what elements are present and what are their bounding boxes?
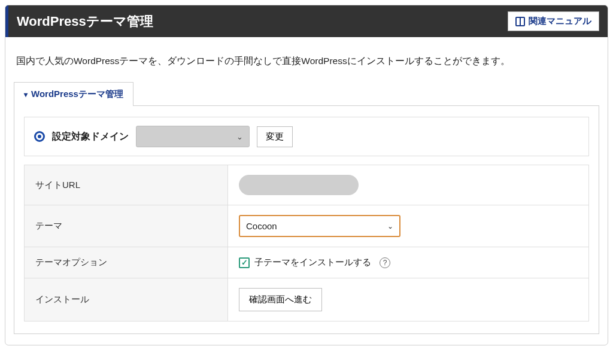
install-label: インストール [25,278,228,321]
child-theme-checkbox[interactable]: ✓ [239,257,250,268]
related-manual-label: 関連マニュアル [529,16,591,27]
site-url-label: サイトURL [25,165,228,205]
target-domain-row: 設定対象ドメイン ⌄ 変更 [24,117,589,156]
settings-table: サイトURL テーマ Cocoon ⌄ テーマオプション [24,165,589,321]
chevron-down-icon: ▾ [24,90,28,99]
settings-panel: 設定対象ドメイン ⌄ 変更 サイトURL テーマ Coco [14,105,599,334]
page-title: WordPressテーマ管理 [17,13,153,31]
theme-select[interactable]: Cocoon ⌄ [239,215,400,237]
tab-label: WordPressテーマ管理 [31,89,123,100]
related-manual-button[interactable]: 関連マニュアル [508,11,599,31]
theme-option-label: テーマオプション [25,247,228,278]
page-header: WordPressテーマ管理 関連マニュアル [5,5,608,37]
page-description: 国内で人気のWordPressテーマを、ダウンロードの手間なしで直接WordPr… [16,55,597,68]
proceed-confirm-button[interactable]: 確認画面へ進む [239,288,322,311]
target-domain-radio[interactable] [34,131,45,142]
change-domain-button[interactable]: 変更 [257,126,293,147]
theme-label: テーマ [25,205,228,247]
help-icon[interactable]: ? [380,257,390,268]
tab-theme-management[interactable]: ▾ WordPressテーマ管理 [14,82,133,106]
theme-select-value: Cocoon [246,221,277,231]
target-domain-select[interactable]: ⌄ [136,126,250,147]
chevron-down-icon: ⌄ [236,132,243,141]
chevron-down-icon: ⌄ [387,222,393,230]
child-theme-checkbox-label: 子テーマをインストールする [254,257,371,268]
site-url-value [239,175,359,195]
book-icon [515,17,525,26]
target-domain-label: 設定対象ドメイン [52,131,129,143]
